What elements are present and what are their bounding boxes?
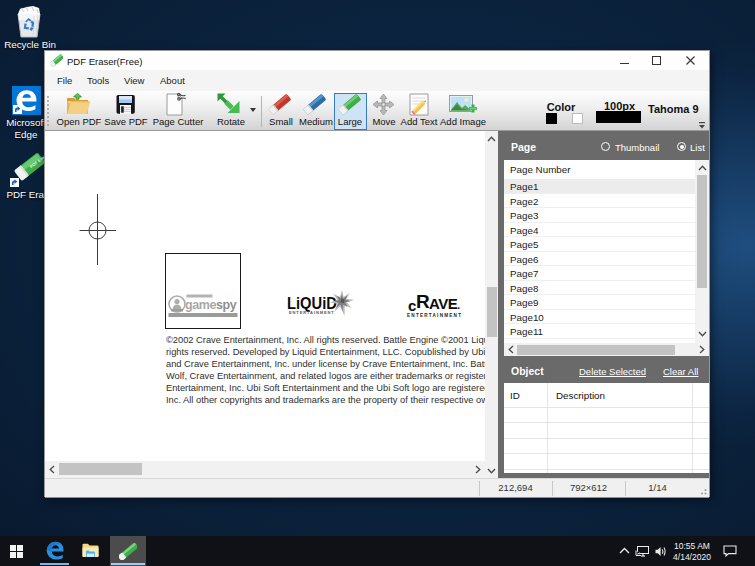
svg-text:gamespy: gamespy (185, 298, 237, 312)
